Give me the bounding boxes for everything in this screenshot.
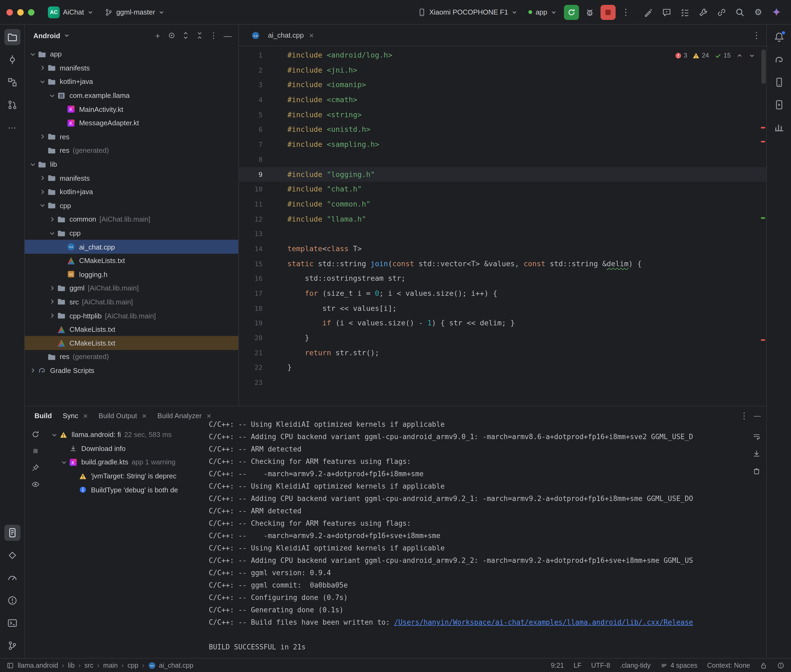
add-button[interactable]: +: [151, 29, 164, 42]
caret-position[interactable]: 9:21: [551, 661, 564, 669]
project-tree-item[interactable]: cpp-httplib[AiChat.lib.main]: [25, 309, 239, 322]
project-tree-item[interactable]: kotlin+java: [25, 75, 239, 88]
scrollbar-error-mark[interactable]: [761, 127, 765, 128]
project-tree-item[interactable]: KMainActivity.kt: [25, 102, 239, 116]
chevron-right-icon[interactable]: [47, 216, 56, 223]
code-line[interactable]: 2#include <jni.h>: [239, 62, 766, 77]
code-line[interactable]: 13: [239, 226, 766, 241]
pin-button[interactable]: [31, 463, 40, 472]
gemini-button[interactable]: [770, 5, 783, 19]
analyzer-status[interactable]: .clang-tidy: [620, 661, 650, 669]
chevron-down-icon[interactable]: [38, 78, 47, 85]
settings-button[interactable]: ⚙: [751, 5, 765, 19]
project-tree-item[interactable]: ++ai_chat.cpp: [25, 240, 239, 254]
gradle-tool-button[interactable]: [771, 52, 787, 68]
lock-icon[interactable]: [760, 661, 767, 669]
breadcrumb-item[interactable]: src: [85, 661, 93, 669]
zoom-window-button[interactable]: [28, 9, 34, 15]
tab-ai-chat-cpp[interactable]: ++ ai_chat.cpp ×: [244, 24, 320, 46]
close-window-button[interactable]: [6, 9, 13, 15]
project-tree-item[interactable]: src[AiChat.lib.main]: [25, 295, 239, 309]
terminal-tool-button[interactable]: [4, 615, 20, 631]
project-tree-item[interactable]: manifests: [25, 171, 239, 185]
project-tree-item[interactable]: com.example.llama: [25, 88, 239, 102]
chevron-right-icon[interactable]: [28, 367, 37, 374]
project-tree-item[interactable]: app: [25, 47, 239, 61]
breadcrumb-item[interactable]: cpp: [128, 661, 138, 669]
code-line[interactable]: 10#include "chat.h": [239, 182, 766, 197]
close-tab-icon[interactable]: ×: [309, 30, 314, 40]
code-line[interactable]: 14template<class T>: [239, 242, 766, 256]
chevron-down-icon[interactable]: [38, 202, 47, 209]
chevron-right-icon[interactable]: [38, 133, 47, 141]
console-path-link[interactable]: /Users/hanyin/Workspace/ai-chat/examples…: [394, 618, 693, 626]
project-tree-item[interactable]: cpp: [25, 226, 239, 240]
pull-requests-tool-button[interactable]: [4, 97, 20, 113]
chevron-down-icon[interactable]: [47, 92, 56, 99]
status-indicator-icon[interactable]: [777, 661, 785, 669]
code-line[interactable]: 15static std::string join(const std::vec…: [239, 256, 766, 271]
expand-all-button[interactable]: [179, 29, 192, 42]
code-line[interactable]: 16 std::ostringstream str;: [239, 271, 766, 286]
code-line[interactable]: 21 return str.str();: [239, 346, 766, 360]
chevron-down-icon[interactable]: [64, 32, 70, 39]
warning-count[interactable]: 24: [693, 52, 709, 59]
code-line[interactable]: 6#include <unistd.h>: [239, 122, 766, 137]
commit-tool-button[interactable]: [4, 52, 20, 68]
code-line[interactable]: 22}: [239, 360, 766, 375]
scrollbar-error-mark[interactable]: [761, 141, 765, 142]
rerun-app-button[interactable]: [564, 5, 579, 20]
chevron-right-icon[interactable]: [47, 284, 56, 292]
notifications-button[interactable]: [771, 29, 787, 45]
app-quality-insights-button[interactable]: [771, 119, 787, 136]
scrollbar-error-mark[interactable]: [761, 339, 765, 341]
file-encoding[interactable]: UTF-8: [591, 661, 610, 669]
code-style-widget[interactable]: 4 spaces: [660, 661, 697, 669]
inspections-widget[interactable]: 3 24 15: [672, 51, 757, 60]
search-everywhere-button[interactable]: [733, 5, 747, 19]
breadcrumb-item[interactable]: lib: [68, 661, 75, 669]
code-line[interactable]: 7#include <sampling.h>: [239, 137, 766, 152]
hide-panel-button[interactable]: —: [221, 29, 234, 42]
breadcrumb-item[interactable]: main: [103, 661, 118, 669]
close-tab-icon[interactable]: ×: [142, 411, 147, 420]
panel-options-button[interactable]: ⋮: [207, 29, 220, 42]
tab-build-output[interactable]: Build Output×: [98, 411, 147, 420]
line-ending[interactable]: LF: [574, 661, 581, 669]
chevron-down-icon[interactable]: [59, 459, 68, 466]
more-tool-windows-button[interactable]: ⋯: [4, 119, 20, 136]
stop-sync-button[interactable]: [31, 446, 40, 455]
chevron-down-icon[interactable]: [28, 160, 37, 168]
run-config-selector[interactable]: app: [525, 6, 561, 18]
soft-wrap-button[interactable]: [752, 432, 761, 441]
task-list-button[interactable]: [678, 5, 692, 19]
project-tree-item[interactable]: Gradle Scripts: [25, 364, 239, 378]
project-tree-item[interactable]: CMakeLists.txt: [25, 322, 239, 336]
chevron-right-icon[interactable]: [38, 174, 47, 182]
chevron-down-icon[interactable]: [47, 229, 56, 237]
minimize-window-button[interactable]: [17, 9, 24, 15]
chevron-right-icon[interactable]: [38, 64, 47, 72]
code-line[interactable]: 9#include "logging.h": [239, 167, 766, 182]
chevron-down-icon[interactable]: [50, 431, 59, 438]
collapse-all-button[interactable]: [193, 29, 206, 42]
project-tool-button[interactable]: [4, 29, 20, 45]
project-tree-item[interactable]: common[AiChat.lib.main]: [25, 213, 239, 226]
profiler-tool-button[interactable]: [4, 570, 20, 586]
problems-tool-button[interactable]: [4, 592, 20, 608]
project-tree-item[interactable]: manifests: [25, 61, 239, 75]
debug-button[interactable]: [582, 5, 597, 20]
build-tools-button[interactable]: [696, 5, 710, 19]
editor-scrollbar-thumb[interactable]: [761, 50, 766, 84]
ai-chat-button[interactable]: [659, 5, 674, 19]
code-line[interactable]: 19 if (i < values.size() - 1) { str << d…: [239, 316, 766, 331]
code-line[interactable]: 17 for (size_t i = 0; i < values.size();…: [239, 286, 766, 301]
code-line[interactable]: 12#include "llama.h": [239, 212, 766, 226]
app-inspection-tool-button[interactable]: [4, 547, 20, 563]
project-tree-item[interactable]: res(generated): [25, 350, 239, 364]
build-tree-item[interactable]: llama.android: fi22 sec, 583 ms: [46, 428, 204, 442]
project-tree-item[interactable]: Hlogging.h: [25, 267, 239, 281]
chevron-down-icon[interactable]: [28, 51, 37, 58]
passed-count[interactable]: 15: [714, 52, 731, 59]
breadcrumb-item[interactable]: llama.android: [18, 661, 58, 669]
